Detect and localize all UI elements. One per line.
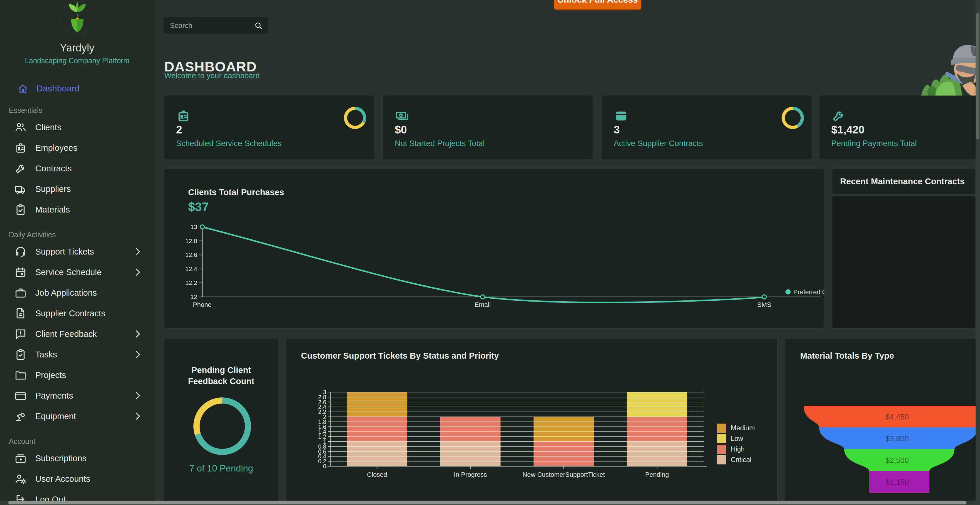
svg-text:Pending: Pending: [645, 471, 669, 478]
recent-maintenance-contracts-body: [832, 196, 975, 328]
sidebar-item-projects[interactable]: Projects: [0, 365, 154, 386]
svg-text:SMS: SMS: [757, 301, 771, 308]
svg-text:Critical: Critical: [731, 456, 751, 464]
sidebar-item-supplier-contracts[interactable]: Supplier Contracts: [0, 303, 154, 323]
sidebar-item-clients[interactable]: Clients: [0, 117, 154, 137]
sidebar-item-suppliers[interactable]: Suppliers: [0, 179, 154, 199]
pending-client-feedback-card: Pending Client Feedback Count 7 of 10 Pe…: [164, 339, 278, 505]
headset-icon: [14, 245, 27, 258]
stat-value: 3: [614, 124, 620, 136]
vertical-scrollbar[interactable]: [975, 0, 980, 500]
sidebar-item-job-applications[interactable]: Job Applications: [0, 282, 154, 303]
svg-text:$1,150: $1,150: [885, 478, 909, 486]
svg-text:In Progress: In Progress: [454, 471, 487, 478]
cash-icon: [395, 108, 409, 123]
horizontal-scrollbar-thumb[interactable]: [8, 501, 966, 504]
support-tickets-chart: ClosedIn ProgressNew CustomerSupportTick…: [286, 339, 777, 505]
mini-donut-ring: [781, 107, 804, 129]
stat-value: 2: [176, 124, 182, 136]
truck-icon: [14, 183, 27, 196]
stat-value: $0: [395, 124, 407, 136]
equipment-icon: [14, 410, 27, 423]
sidebar-item-label: Payments: [35, 391, 73, 401]
subscriptions-icon: [14, 452, 27, 465]
sidebar: Yardyly Landscaping Company Platform Das…: [0, 0, 154, 505]
stat-card-active-supplier-contracts[interactable]: 3 Active Supplier Contracts: [602, 96, 811, 159]
chevron-right-icon: [131, 327, 144, 340]
svg-text:12.6: 12.6: [185, 251, 197, 258]
sidebar-item-label: Materials: [35, 205, 70, 215]
vertical-scrollbar-thumb[interactable]: [976, 13, 979, 139]
sidebar-item-tasks[interactable]: Tasks: [0, 344, 154, 365]
sidebar-item-employees[interactable]: Employees: [0, 137, 154, 158]
stat-card-not-started-projects[interactable]: $0 Not Started Projects Total: [383, 96, 593, 159]
sidebar-item-support-tickets[interactable]: Support Tickets: [0, 241, 154, 262]
svg-text:Preferred Cont: Preferred Cont: [793, 288, 824, 296]
svg-text:$4,450: $4,450: [885, 413, 909, 421]
recent-maintenance-contracts-header: Recent Maintenance Contracts: [832, 169, 975, 194]
id-badge-icon: [176, 108, 191, 123]
sidebar-item-label: Supplier Contracts: [35, 309, 105, 319]
sidebar-item-subscriptions[interactable]: Subscriptions: [0, 448, 154, 468]
clipboard-check-icon: [14, 203, 27, 216]
svg-text:3: 3: [323, 389, 326, 395]
sidebar-item-user-accounts[interactable]: User Accounts: [0, 468, 154, 489]
sidebar-item-payments[interactable]: Payments: [0, 386, 154, 406]
task-check-icon: [14, 348, 27, 361]
search-icon[interactable]: [253, 21, 263, 30]
sidebar-item-label: Contracts: [35, 164, 72, 174]
clients-total-purchases-chart: 1312.812.612.412.212PhoneEmailSMSPreferr…: [164, 169, 824, 328]
sidebar-item-label: Clients: [35, 123, 61, 132]
material-totals-card: Material Totals By Type $4,450$3,800$2,5…: [786, 339, 980, 505]
svg-text:12: 12: [191, 293, 197, 300]
sidebar-item-dashboard[interactable]: Dashboard: [0, 81, 154, 96]
stat-value: $1,420: [831, 124, 864, 136]
sidebar-item-label: Equipment: [35, 411, 76, 421]
mini-donut-ring: [344, 107, 366, 129]
main-content: Unlock Full Access DASHBOARD Welcome to …: [154, 0, 980, 505]
credit-card-filled-icon: [614, 108, 628, 123]
horizontal-scrollbar[interactable]: [0, 500, 975, 505]
svg-text:Phone: Phone: [193, 301, 212, 308]
employee-badge-icon: [14, 142, 27, 155]
panel-title: Recent Maintenance Contracts: [840, 177, 965, 186]
chevron-right-icon: [131, 348, 144, 361]
chevron-right-icon: [131, 245, 144, 258]
sidebar-item-label: Dashboard: [37, 83, 80, 94]
sidebar-item-equipment[interactable]: Equipment: [0, 406, 154, 427]
sidebar-item-materials[interactable]: Materials: [0, 199, 154, 220]
section-label-daily-activities: Daily Activities: [0, 220, 154, 241]
svg-text:Closed: Closed: [367, 471, 387, 478]
svg-text:13: 13: [191, 223, 197, 230]
feedback-icon: [14, 327, 27, 340]
stat-card-scheduled-service[interactable]: 2 Scheduled Service Schedules: [164, 96, 374, 159]
sidebar-item-client-feedback[interactable]: Client Feedback: [0, 323, 154, 344]
sidebar-item-contracts[interactable]: Contracts: [0, 158, 154, 179]
sidebar-item-label: Job Applications: [35, 288, 97, 298]
app-name: Yardyly: [0, 42, 154, 54]
briefcase-icon: [14, 286, 27, 299]
document-icon: [14, 307, 27, 320]
material-totals-funnel-chart: $4,450$3,800$2,500$1,150: [786, 339, 980, 505]
svg-text:12.8: 12.8: [185, 237, 197, 244]
svg-text:Medium: Medium: [731, 424, 755, 432]
chart-title: Pending Client Feedback Count: [164, 365, 278, 387]
sidebar-item-label: Projects: [35, 370, 66, 380]
wrench-icon: [831, 108, 846, 123]
mascot-image: [918, 38, 980, 96]
wrench-icon: [14, 162, 27, 175]
sidebar-item-label: Tasks: [35, 350, 57, 360]
stat-card-pending-payments[interactable]: $1,420 Pending Payments Total: [819, 96, 980, 159]
sidebar-item-label: Service Schedule: [35, 268, 102, 277]
sidebar-item-service-schedule[interactable]: Service Schedule: [0, 262, 154, 282]
support-tickets-card: Customer Support Tickets By Status and P…: [286, 339, 777, 505]
donut-caption: 7 of 10 Pending: [164, 463, 278, 474]
sidebar-item-label: Subscriptions: [35, 454, 86, 463]
clients-total-purchases-card: Clients Total Purchases $37 1312.812.612…: [164, 169, 824, 328]
calendar-icon: [14, 266, 27, 279]
unlock-full-access-button[interactable]: Unlock Full Access: [554, 0, 641, 10]
search-input[interactable]: [169, 21, 253, 30]
svg-text:$3,800: $3,800: [885, 434, 909, 443]
folder-icon: [14, 369, 27, 382]
chevron-right-icon: [131, 389, 144, 402]
